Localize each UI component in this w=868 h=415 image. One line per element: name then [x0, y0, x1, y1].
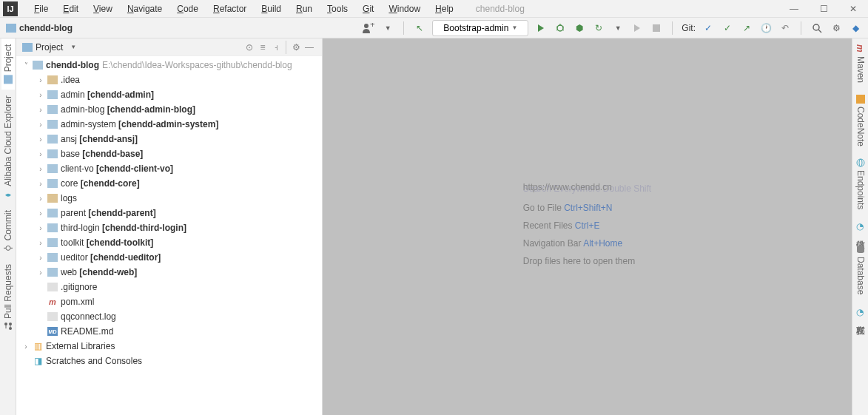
git-update-icon[interactable]: ✓: [702, 21, 715, 35]
git-push-icon[interactable]: ↗: [740, 21, 753, 35]
hide-icon[interactable]: —: [303, 41, 316, 54]
empty-hint: Drop files here to open them: [523, 254, 651, 266]
tree-item[interactable]: ›admin-blog [chendd-admin-blog]: [16, 102, 322, 117]
tree-item[interactable]: ›ansj [chendd-ansj]: [16, 132, 322, 146]
maximize-button[interactable]: ☐: [809, 0, 838, 18]
project-icon: [4, 75, 13, 84]
expand-icon[interactable]: ›: [37, 106, 44, 114]
menu-view[interactable]: View: [86, 1, 120, 16]
tree-item[interactable]: mpom.xml: [16, 294, 322, 309]
tree-item[interactable]: ›base [chendd-base]: [16, 146, 322, 161]
tree-item[interactable]: ›toolkit [chendd-toolkit]: [16, 235, 322, 250]
minimize-button[interactable]: —: [779, 0, 809, 18]
menu-navigate[interactable]: Navigate: [120, 1, 169, 16]
sidebar-tab-wechat[interactable]: ◔ 微信: [852, 215, 868, 239]
sidebar-tab-endpoints[interactable]: Endpoints: [854, 152, 867, 215]
expand-icon[interactable]: ›: [37, 76, 44, 84]
tree-external-libraries[interactable]: › ▥ External Libraries: [16, 339, 322, 354]
menu-run[interactable]: Run: [289, 1, 320, 16]
sidebar-tab-maven[interactable]: m Maven: [854, 38, 867, 89]
menu-help[interactable]: Help: [428, 1, 461, 16]
run-configuration-dropdown[interactable]: Bootstrap-admin ▼: [432, 20, 528, 36]
expand-icon[interactable]: ›: [37, 269, 44, 277]
expand-icon[interactable]: ›: [37, 239, 44, 247]
svg-point-15: [9, 323, 12, 326]
back-icon[interactable]: ↖: [413, 21, 426, 35]
tree-item[interactable]: ›web [chendd-web]: [16, 265, 322, 280]
git-rollback-icon[interactable]: ↶: [778, 21, 792, 35]
tree-scratches[interactable]: ◨ Scratches and Consoles: [16, 354, 322, 368]
tree-item[interactable]: ›third-login [chendd-third-login]: [16, 220, 322, 235]
profile-icon[interactable]: ↻: [592, 21, 605, 35]
expand-icon[interactable]: ›: [37, 150, 44, 158]
folder-icon: [47, 312, 58, 321]
search-icon[interactable]: [810, 21, 824, 35]
expand-icon[interactable]: ›: [37, 195, 44, 203]
expand-icon[interactable]: ›: [22, 343, 30, 351]
expand-icon[interactable]: ›: [37, 224, 44, 232]
more-icon[interactable]: ◆: [849, 21, 862, 35]
folder-icon: [47, 253, 58, 262]
tree-item[interactable]: ›core [chendd-core]: [16, 176, 322, 191]
tree-item[interactable]: ›client-vo [chendd-client-vo]: [16, 161, 322, 176]
close-button[interactable]: ✕: [838, 0, 868, 18]
commit-icon: [4, 243, 13, 252]
settings-icon[interactable]: ⚙: [830, 21, 843, 35]
menu-git[interactable]: Git: [355, 1, 381, 16]
debug-icon[interactable]: [554, 21, 567, 35]
folder-icon: [47, 223, 58, 232]
expand-all-icon[interactable]: ≡: [256, 41, 269, 54]
tree-item[interactable]: MDREADME.md: [16, 324, 322, 339]
tree-item[interactable]: ›admin-system [chendd-admin-system]: [16, 117, 322, 132]
tree-root[interactable]: ˅ chendd-blog E:\chendd\Idea-Workspaces-…: [16, 58, 322, 72]
git-commit-icon[interactable]: ✓: [721, 21, 734, 35]
tree-item[interactable]: qqconnect.log: [16, 309, 322, 324]
menu-edit[interactable]: Edit: [55, 1, 86, 16]
add-user-icon[interactable]: +: [362, 21, 375, 35]
menu-code[interactable]: Code: [169, 1, 206, 16]
sidebar-tab-youlian[interactable]: ◔ 友联邦: [852, 301, 868, 325]
tree-item[interactable]: ›logs: [16, 191, 322, 206]
menu-tools[interactable]: Tools: [320, 1, 355, 16]
git-history-icon[interactable]: 🕐: [759, 21, 773, 35]
menu-build[interactable]: Build: [254, 1, 289, 16]
expand-icon[interactable]: ›: [37, 209, 44, 217]
select-opened-file-icon[interactable]: ⊙: [243, 41, 256, 54]
svg-text:+: +: [370, 23, 374, 30]
folder-icon: [47, 209, 58, 217]
menu-window[interactable]: Window: [381, 1, 428, 16]
coverage-icon[interactable]: ⬢: [573, 21, 586, 35]
sidebar-tab-project[interactable]: Project: [1, 38, 15, 90]
chevron-down-icon[interactable]: ▼: [70, 44, 76, 50]
menu-file[interactable]: File: [27, 1, 55, 16]
sidebar-tab-database[interactable]: Database: [854, 239, 867, 300]
folder-icon: [47, 105, 58, 114]
run-icon[interactable]: [534, 21, 548, 35]
tree-item[interactable]: ›.idea: [16, 72, 322, 87]
project-panel-title[interactable]: Project: [36, 42, 63, 53]
link-icon: ◔: [856, 307, 865, 316]
tree-item[interactable]: ›parent [chendd-parent]: [16, 206, 322, 220]
project-tree[interactable]: ˅ chendd-blog E:\chendd\Idea-Workspaces-…: [16, 56, 322, 415]
expand-icon[interactable]: ›: [37, 121, 44, 129]
settings-icon[interactable]: ⚙: [289, 41, 303, 54]
sidebar-tab-commit[interactable]: Commit: [1, 204, 15, 258]
expand-icon[interactable]: ›: [37, 91, 44, 99]
sidebar-tab-pull-requests[interactable]: Pull Requests: [1, 258, 15, 337]
tree-item[interactable]: .gitignore: [16, 280, 322, 294]
project-tool-window: Project ▼ ⊙ ≡ ⫞ ⚙ — ˅ chendd-blog E:\che…: [16, 38, 323, 415]
expand-icon[interactable]: ˅: [22, 61, 30, 70]
sidebar-tab-codenote[interactable]: CodeNote: [854, 89, 867, 152]
folder-icon: [47, 90, 58, 99]
expand-icon[interactable]: ›: [37, 135, 44, 144]
folder-icon: [47, 238, 58, 247]
tree-item[interactable]: ›admin [chendd-admin]: [16, 87, 322, 102]
collapse-all-icon[interactable]: ⫞: [269, 41, 283, 54]
expand-icon[interactable]: ›: [37, 165, 44, 173]
tree-item[interactable]: ›ueditor [chendd-ueditor]: [16, 250, 322, 265]
expand-icon[interactable]: ›: [37, 254, 44, 262]
expand-icon[interactable]: ›: [37, 180, 44, 188]
sidebar-tab-alibaba[interactable]: Alibaba Cloud Explorer: [1, 90, 15, 204]
breadcrumb[interactable]: chendd-blog: [19, 23, 73, 33]
menu-refactor[interactable]: Refactor: [206, 1, 254, 16]
